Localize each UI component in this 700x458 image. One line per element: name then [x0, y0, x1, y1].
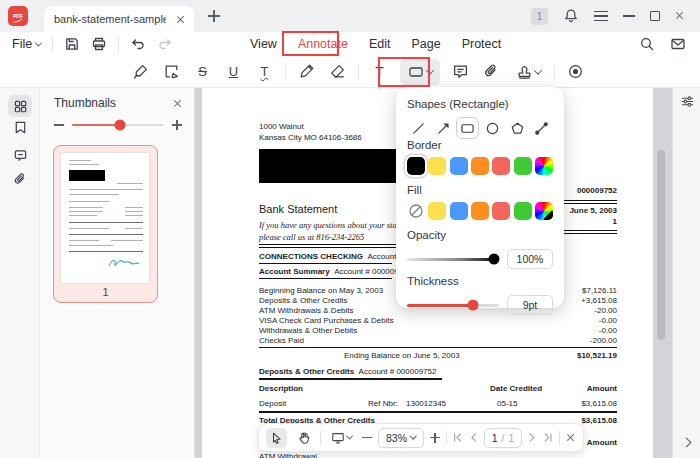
- border-color-custom[interactable]: [535, 157, 553, 175]
- bell-icon[interactable]: [563, 8, 579, 24]
- comments-panel-icon[interactable]: [8, 144, 32, 166]
- menu-annotate[interactable]: Annotate: [298, 37, 348, 51]
- last-page-button[interactable]: [543, 432, 554, 443]
- document-tab[interactable]: bank-statement-sample *: [44, 6, 194, 32]
- pencil-tool[interactable]: [296, 61, 317, 83]
- show-annotations-icon[interactable]: [565, 61, 586, 83]
- annotate-toolbar: S U T T: [0, 56, 700, 88]
- underline-tool[interactable]: U: [223, 61, 244, 83]
- undo-icon[interactable]: [130, 36, 146, 52]
- thickness-slider[interactable]: [407, 304, 499, 307]
- file-menu[interactable]: File: [12, 37, 41, 51]
- zoom-in-icon[interactable]: [172, 120, 182, 130]
- panel-close-icon[interactable]: [173, 99, 182, 108]
- opacity-slider-knob[interactable]: [489, 254, 500, 265]
- page-number-box[interactable]: 1 / 1: [484, 428, 523, 448]
- shape-ellipse[interactable]: [481, 117, 504, 139]
- fill-color-none[interactable]: [407, 202, 425, 220]
- rule: [259, 347, 617, 348]
- first-page-button[interactable]: [452, 432, 463, 443]
- highlight-tool[interactable]: [130, 61, 151, 83]
- thumbnails-panel-icon[interactable]: [8, 95, 32, 117]
- menubar-right: [639, 32, 686, 56]
- summary-row-label: Withdrawals & Other Debits: [259, 326, 357, 335]
- opacity-value-box[interactable]: 100%: [507, 249, 553, 269]
- window-close-button[interactable]: [675, 11, 686, 22]
- border-color-orange[interactable]: [471, 157, 489, 175]
- thickness-slider-knob[interactable]: [468, 300, 479, 311]
- opacity-slider[interactable]: [407, 258, 499, 261]
- page-thumbnail[interactable]: 1: [53, 145, 158, 303]
- shape-tool-button[interactable]: [400, 59, 440, 85]
- zoom-out-icon[interactable]: [54, 124, 64, 126]
- menu-page[interactable]: Page: [411, 37, 440, 51]
- chevron-down-icon: [35, 39, 42, 46]
- attachments-panel-icon[interactable]: [8, 168, 32, 190]
- squiggly-underline-tool[interactable]: T: [254, 61, 275, 83]
- window-maximize-button[interactable]: [650, 11, 660, 21]
- notification-badge[interactable]: 1: [531, 8, 548, 25]
- menu-view[interactable]: View: [250, 37, 277, 51]
- attachment-tool[interactable]: [481, 61, 502, 83]
- select-tool[interactable]: [266, 428, 287, 448]
- eraser-tool[interactable]: [327, 61, 348, 83]
- zoom-level-dropdown[interactable]: 83%: [378, 428, 424, 448]
- right-panel-strip: [672, 88, 700, 458]
- shape-polygon[interactable]: [506, 117, 529, 139]
- shape-arrow[interactable]: [432, 117, 455, 139]
- previous-page-button[interactable]: [469, 432, 478, 443]
- redo-icon[interactable]: [157, 36, 173, 52]
- save-icon[interactable]: [64, 36, 80, 52]
- divider: [358, 65, 359, 79]
- border-color-black[interactable]: [407, 157, 425, 175]
- current-page: 1: [492, 432, 498, 444]
- window-minimize-button[interactable]: [623, 15, 635, 17]
- search-icon[interactable]: [639, 36, 655, 52]
- expand-panel-chevron-icon[interactable]: [682, 438, 692, 448]
- fill-color-green[interactable]: [514, 202, 532, 220]
- app-menu-icon[interactable]: [594, 11, 608, 21]
- mail-icon[interactable]: [670, 36, 686, 52]
- print-icon[interactable]: [91, 36, 107, 52]
- fill-color-blue[interactable]: [450, 202, 468, 220]
- properties-panel-icon[interactable]: [680, 94, 695, 109]
- thickness-value-box[interactable]: 9pt: [507, 295, 553, 315]
- menu-edit[interactable]: Edit: [369, 37, 391, 51]
- border-color-green[interactable]: [514, 157, 532, 175]
- slider-knob[interactable]: [114, 120, 125, 131]
- shape-line[interactable]: [407, 117, 430, 139]
- document-tab-title: bank-statement-sample *: [54, 13, 166, 25]
- tab-close-icon[interactable]: [176, 15, 184, 24]
- sticky-note-tool[interactable]: [450, 61, 471, 83]
- new-tab-button[interactable]: [208, 10, 220, 22]
- opacity-label: Opacity: [407, 229, 553, 241]
- thumbnails-panel: Thumbnails: [40, 88, 195, 458]
- border-color-red[interactable]: [492, 157, 510, 175]
- text-tool[interactable]: T: [369, 61, 390, 83]
- fill-color-custom[interactable]: [535, 202, 553, 220]
- fill-color-yellow[interactable]: [428, 202, 446, 220]
- shape-polyline[interactable]: [530, 117, 553, 139]
- fill-color-orange[interactable]: [471, 202, 489, 220]
- zoom-out-button[interactable]: [362, 437, 372, 439]
- menu-protect[interactable]: Protect: [462, 37, 502, 51]
- border-color-yellow[interactable]: [428, 157, 446, 175]
- area-highlight-tool[interactable]: [161, 61, 182, 83]
- presentation-mode-button[interactable]: [327, 428, 356, 448]
- divider: [118, 37, 119, 51]
- chevron-down-icon: [346, 433, 353, 440]
- shape-rectangle[interactable]: [456, 117, 479, 139]
- fill-color-red[interactable]: [492, 202, 510, 220]
- bookmarks-panel-icon[interactable]: [8, 116, 32, 138]
- shape-type-row: [407, 117, 553, 139]
- strikethrough-tool[interactable]: S: [192, 61, 213, 83]
- border-section-label: Border: [407, 139, 553, 151]
- stamp-tool[interactable]: [512, 61, 544, 83]
- border-color-blue[interactable]: [450, 157, 468, 175]
- next-page-button[interactable]: [528, 432, 537, 443]
- zoom-in-button[interactable]: [430, 433, 440, 443]
- hand-tool[interactable]: [293, 428, 314, 448]
- close-toolbar-button[interactable]: [566, 433, 576, 443]
- slider-track[interactable]: [72, 124, 164, 127]
- vertical-scrollbar[interactable]: [657, 150, 665, 340]
